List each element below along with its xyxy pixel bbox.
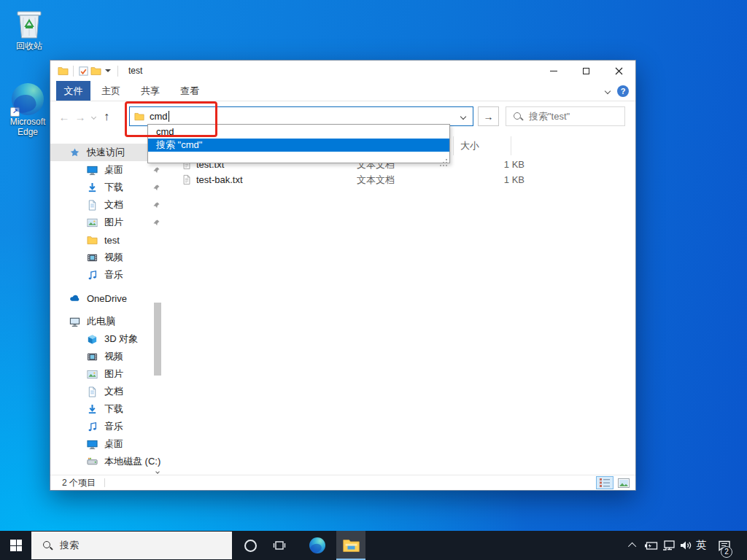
- sidebar-item-videos-quick[interactable]: 视频: [50, 249, 169, 266]
- back-button[interactable]: ←: [56, 111, 72, 123]
- download-icon: [87, 403, 98, 415]
- battery-status[interactable]: [642, 531, 659, 560]
- sidebar-item-label: 快速访问: [87, 146, 125, 159]
- details-view-icon: [600, 478, 610, 487]
- sidebar-scrollbar-thumb[interactable]: [154, 303, 161, 376]
- forward-button[interactable]: →: [72, 111, 88, 123]
- folder-icon: [87, 234, 98, 246]
- sidebar-item-videos[interactable]: 视频: [50, 348, 169, 365]
- explorer-window: test 文件 主页 共享 查看 ? ← →: [50, 60, 636, 491]
- cube-icon: [87, 333, 98, 345]
- qat-customize-icon[interactable]: [105, 69, 111, 72]
- tab-home[interactable]: 主页: [92, 81, 130, 101]
- cortana-button[interactable]: [236, 531, 265, 560]
- divider: [73, 66, 74, 77]
- taskbar-search-placeholder: 搜索: [60, 539, 79, 552]
- sidebar-item-music-quick[interactable]: 音乐: [50, 266, 169, 284]
- up-button[interactable]: ↑: [98, 110, 115, 123]
- maximize-button[interactable]: [570, 61, 603, 81]
- cortana-icon: [244, 540, 257, 552]
- file-row-test-bak-txt[interactable]: test-bak.txt文本文档1 KB: [169, 172, 577, 187]
- sidebar-item-pictures-pinned[interactable]: 图片: [50, 214, 169, 231]
- download-icon: [87, 182, 98, 193]
- shortcut-arrow-icon: ↗: [10, 107, 20, 117]
- tab-file[interactable]: 文件: [56, 81, 90, 101]
- volume-control[interactable]: [677, 531, 694, 560]
- picture-icon: [87, 368, 98, 380]
- desktop-icon: [87, 438, 98, 450]
- picture-icon: [87, 217, 98, 228]
- column-header-size[interactable]: 大小: [453, 136, 511, 155]
- item-count: 2 个项目: [62, 477, 96, 489]
- sidebar-item-desktop-pinned[interactable]: 桌面: [50, 161, 169, 179]
- sidebar-item-pictures[interactable]: 图片: [50, 365, 169, 383]
- sidebar-item-local-disk-c[interactable]: 本地磁盘 (C:): [50, 453, 169, 470]
- address-dropdown-button[interactable]: [453, 107, 473, 125]
- sidebar-item-label: 桌面: [104, 163, 123, 176]
- recent-locations-icon[interactable]: [88, 115, 98, 119]
- chevron-up-icon: [628, 542, 636, 551]
- sidebar-item-desktop[interactable]: 桌面: [50, 435, 169, 453]
- properties-icon[interactable]: [77, 65, 90, 77]
- pin-icon: [152, 218, 160, 226]
- sidebar-item-label: 下载: [104, 402, 123, 416]
- file-explorer-icon: [343, 539, 360, 553]
- sidebar-item-music[interactable]: 音乐: [50, 418, 169, 435]
- music-icon: [87, 269, 98, 281]
- tab-share[interactable]: 共享: [131, 81, 169, 101]
- thumbnail-view-button[interactable]: [616, 476, 631, 489]
- sidebar-item-label: 音乐: [104, 420, 123, 433]
- resize-grip-icon[interactable]: [446, 159, 447, 160]
- sidebar-item-this-pc[interactable]: 此电脑: [50, 313, 169, 330]
- edge-label: Microsoft Edge: [4, 117, 51, 138]
- taskbar-search-box[interactable]: 搜索: [31, 532, 232, 559]
- close-button[interactable]: [603, 61, 635, 81]
- search-icon: [513, 112, 523, 122]
- sidebar-item-3d-objects[interactable]: 3D 对象: [50, 330, 169, 348]
- taskbar-search-icon: [42, 540, 53, 551]
- new-folder-icon[interactable]: [90, 65, 102, 77]
- thumbnail-view-icon: [618, 478, 630, 488]
- sidebar-item-label: 图片: [104, 216, 123, 229]
- tab-view[interactable]: 查看: [171, 81, 209, 101]
- recycle-bin-icon: [14, 6, 44, 39]
- desktop-icon-recycle-bin[interactable]: 回收站: [6, 6, 53, 52]
- search-placeholder: 搜索"test": [529, 110, 570, 123]
- sidebar-item-label: 文档: [104, 198, 123, 211]
- star-icon: [69, 147, 81, 158]
- document-icon: [87, 386, 98, 397]
- ime-indicator[interactable]: 英: [693, 531, 709, 560]
- close-icon: [615, 67, 623, 75]
- ribbon-tabs: 文件 主页 共享 查看: [50, 81, 635, 101]
- annotation-highlight: [125, 101, 217, 137]
- sidebar-item-downloads[interactable]: 下载: [50, 400, 169, 418]
- desktop-icon-microsoft-edge[interactable]: ↗ Microsoft Edge: [4, 83, 51, 138]
- start-button[interactable]: [0, 531, 32, 560]
- ribbon-collapse-icon[interactable]: [605, 88, 611, 94]
- sidebar-item-documents-pinned[interactable]: 文档: [50, 196, 169, 214]
- suggestion-item-search-cmd[interactable]: 搜索 "cmd": [148, 139, 449, 152]
- sidebar-item-documents[interactable]: 文档: [50, 383, 169, 400]
- tray-expand-button[interactable]: [624, 531, 642, 560]
- network-status[interactable]: [659, 531, 677, 560]
- search-box[interactable]: 搜索"test": [506, 106, 625, 126]
- sidebar-item-downloads-pinned[interactable]: 下载: [50, 179, 169, 196]
- desktop: 回收站 ↗ Microsoft Edge: [0, 0, 747, 560]
- pin-icon: [152, 201, 160, 209]
- battery-icon: [644, 542, 658, 550]
- go-button[interactable]: →: [478, 106, 499, 126]
- help-icon[interactable]: ?: [617, 85, 629, 97]
- details-view-button[interactable]: [596, 476, 614, 489]
- recycle-bin-label: 回收站: [6, 42, 53, 52]
- taskbar-edge-button[interactable]: [303, 531, 332, 560]
- sidebar-item-onedrive[interactable]: OneDrive: [50, 289, 169, 307]
- music-icon: [87, 421, 98, 432]
- sidebar-item-label: 此电脑: [87, 315, 115, 328]
- action-center-button[interactable]: 2: [712, 531, 737, 560]
- sidebar-item-label: 音乐: [104, 268, 123, 281]
- sidebar-item-test-folder[interactable]: test: [50, 231, 169, 249]
- cloud-icon: [69, 292, 81, 304]
- minimize-button[interactable]: [537, 61, 570, 81]
- task-view-button[interactable]: [265, 531, 294, 560]
- taskbar-explorer-button[interactable]: [336, 531, 365, 560]
